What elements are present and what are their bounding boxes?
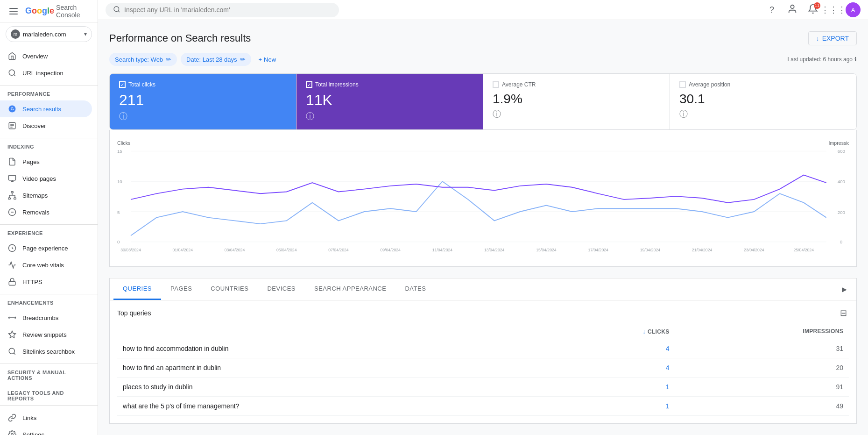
export-button[interactable]: ↓ EXPORT bbox=[808, 31, 857, 45]
sidebar-item-video-pages[interactable]: Video pages bbox=[0, 170, 92, 187]
metrics-row: Total clicks 211 ⓘ Total impressions 11K… bbox=[109, 73, 857, 130]
svg-marker-21 bbox=[9, 331, 16, 338]
sidebar-item-https[interactable]: HTTPS bbox=[0, 273, 92, 290]
new-filter-button[interactable]: + New bbox=[255, 53, 280, 66]
metric-total-clicks[interactable]: Total clicks 211 ⓘ bbox=[110, 74, 296, 129]
sidebar-item-pages[interactable]: Pages bbox=[0, 153, 92, 170]
svg-text:09/04/2024: 09/04/2024 bbox=[380, 248, 401, 252]
sidebar-item-search-results[interactable]: G Search results bbox=[0, 100, 92, 117]
info-icon: ℹ bbox=[854, 56, 857, 63]
sidebar-item-removals[interactable]: Removals bbox=[0, 204, 92, 221]
avatar[interactable]: A bbox=[846, 2, 861, 17]
tab-devices[interactable]: DEVICES bbox=[258, 278, 305, 300]
doc-icon bbox=[7, 157, 17, 166]
sidebar: Google Search Console m marialeden.com ▾… bbox=[0, 0, 98, 435]
sidebar-item-sitelinks-searchbox[interactable]: Sitelinks searchbox bbox=[0, 343, 92, 360]
impressions-cell: 91 bbox=[675, 378, 849, 397]
svg-point-27 bbox=[790, 5, 794, 8]
sidebar-item-settings[interactable]: Settings bbox=[0, 426, 92, 435]
sidebar-item-url-inspection[interactable]: URL inspection bbox=[0, 64, 92, 81]
svg-line-23 bbox=[14, 353, 15, 354]
col-clicks[interactable]: ↓ Clicks bbox=[547, 324, 675, 339]
col-impressions[interactable]: Impressions bbox=[675, 324, 849, 339]
info-icon[interactable]: ⓘ bbox=[493, 108, 660, 120]
url-search-bar[interactable] bbox=[106, 3, 339, 17]
sidebar-item-label: Links bbox=[22, 414, 36, 421]
metric-avg-ctr[interactable]: Average CTR 1.9% ⓘ bbox=[483, 74, 670, 129]
apps-icon: ⋮⋮⋮ bbox=[821, 5, 846, 15]
tab-dates[interactable]: DATES bbox=[395, 278, 435, 300]
sidebar-item-page-experience[interactable]: Page experience bbox=[0, 240, 92, 257]
sidebar-item-breadcrumbs[interactable]: Breadcrumbs bbox=[0, 309, 92, 326]
breadcrumb-icon bbox=[7, 313, 17, 322]
sidebar-item-core-web-vitals[interactable]: Core web vitals bbox=[0, 257, 92, 273]
tab-countries[interactable]: COUNTRIES bbox=[201, 278, 258, 300]
new-filter-label: New bbox=[264, 56, 276, 63]
tab-queries[interactable]: QUERIES bbox=[113, 278, 161, 300]
sidebar-item-sitemaps[interactable]: Sitemaps bbox=[0, 187, 92, 204]
clicks-cell: 4 bbox=[547, 339, 675, 358]
main-content: ? 11 ⋮⋮⋮ A Performance on Search results bbox=[98, 0, 868, 435]
sidebar-item-label: Pages bbox=[22, 158, 40, 165]
plus-icon: + bbox=[259, 56, 262, 63]
sidebar-item-label: URL inspection bbox=[22, 70, 64, 77]
app-title: Search Console bbox=[56, 4, 92, 19]
svg-point-0 bbox=[9, 70, 14, 75]
table-row[interactable]: how to find an apartment in dublin 4 20 bbox=[117, 358, 849, 378]
tab-label: DATES bbox=[405, 285, 426, 292]
metric-label: Average CTR bbox=[493, 81, 660, 88]
table-row[interactable]: places to study in dublin 1 91 bbox=[117, 378, 849, 397]
settings-icon bbox=[7, 430, 17, 435]
export-label: EXPORT bbox=[822, 35, 849, 42]
notifications-button[interactable]: 11 bbox=[804, 1, 821, 18]
site-dot: m bbox=[11, 29, 20, 39]
sidebar-section-security: Security & Manual Actions bbox=[0, 366, 98, 383]
tabs-more-button[interactable]: ▶ bbox=[836, 279, 853, 300]
sidebar-item-overview[interactable]: Overview bbox=[0, 48, 92, 64]
svg-rect-10 bbox=[8, 198, 11, 199]
info-icon[interactable]: ⓘ bbox=[679, 108, 847, 120]
hamburger-button[interactable] bbox=[6, 4, 21, 18]
edit-icon: ✏ bbox=[166, 56, 171, 63]
help-button[interactable]: ? bbox=[763, 1, 780, 18]
svg-point-22 bbox=[9, 348, 14, 354]
sidebar-item-discover[interactable]: Discover bbox=[0, 117, 92, 134]
last-updated: Last updated: 6 hours ago ℹ bbox=[788, 56, 857, 63]
metric-label-text: Average CTR bbox=[502, 81, 536, 88]
page-title: Performance on Search results bbox=[109, 32, 251, 44]
performance-chart: Clicks 15 10 5 0 Impressions 600 400 200… bbox=[117, 137, 849, 259]
info-icon[interactable]: ⓘ bbox=[306, 111, 473, 122]
metric-avg-position[interactable]: Average position 30.1 ⓘ bbox=[670, 74, 856, 129]
date-range-filter[interactable]: Date: Last 28 days ✏ bbox=[181, 53, 251, 66]
table-row[interactable]: how to find accommodation in dublin 4 31 bbox=[117, 339, 849, 358]
apps-button[interactable]: ⋮⋮⋮ bbox=[825, 1, 842, 18]
svg-text:G: G bbox=[10, 107, 14, 111]
info-icon[interactable]: ⓘ bbox=[119, 111, 287, 122]
table-filter-button[interactable]: ⊟ bbox=[838, 306, 849, 320]
query-cell: what are the 5 p's of time management? bbox=[117, 397, 547, 416]
svg-text:Clicks: Clicks bbox=[117, 140, 130, 146]
site-selector[interactable]: m marialeden.com ▾ bbox=[6, 26, 92, 42]
url-search-input[interactable] bbox=[124, 6, 332, 14]
metric-label: Average position bbox=[679, 81, 847, 88]
sidebar-section-experience: Experience bbox=[0, 227, 98, 238]
search-type-filter[interactable]: Search type: Web ✏ bbox=[109, 53, 177, 66]
impressions-cell: 49 bbox=[675, 397, 849, 416]
sidebar-item-label: HTTPS bbox=[22, 278, 42, 285]
account-circle-button[interactable] bbox=[784, 1, 801, 18]
svg-text:23/04/2024: 23/04/2024 bbox=[744, 248, 764, 252]
svg-text:0: 0 bbox=[117, 239, 120, 244]
tab-pages[interactable]: PAGES bbox=[161, 278, 201, 300]
tab-search-appearance[interactable]: SEARCH APPEARANCE bbox=[305, 278, 395, 300]
table-row[interactable]: what are the 5 p's of time management? 1… bbox=[117, 397, 849, 416]
home-icon bbox=[7, 51, 17, 61]
table-section: Top queries ⊟ ↓ Clicks bbox=[110, 300, 856, 423]
sidebar-item-label: Review snippets bbox=[22, 331, 67, 338]
metric-value: 1.9% bbox=[493, 92, 660, 107]
sidebar-item-label: Breadcrumbs bbox=[22, 314, 58, 321]
metric-total-impressions[interactable]: Total impressions 11K ⓘ bbox=[296, 74, 483, 129]
sidebar-item-label: Video pages bbox=[22, 175, 56, 182]
nav-section-indexing: Pages Video pages Sitemaps Removals bbox=[0, 151, 98, 222]
sidebar-item-review-snippets[interactable]: Review snippets bbox=[0, 326, 92, 343]
sidebar-item-links[interactable]: Links bbox=[0, 409, 92, 426]
